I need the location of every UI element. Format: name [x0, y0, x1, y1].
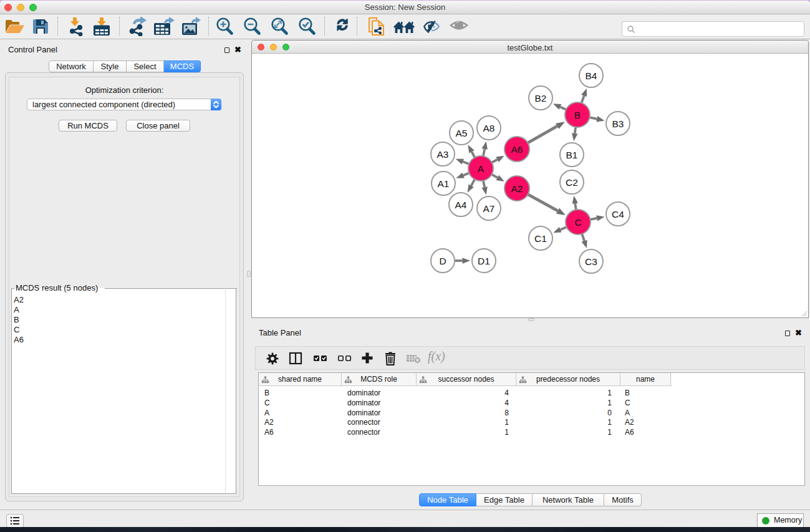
svg-text:C3: C3	[585, 256, 597, 267]
svg-text:A3: A3	[437, 149, 449, 160]
svg-text:A5: A5	[456, 128, 468, 138]
svg-text:B3: B3	[612, 118, 624, 129]
svg-text:C1: C1	[534, 233, 547, 244]
svg-text:D1: D1	[478, 256, 490, 266]
svg-text:A8: A8	[483, 123, 495, 133]
svg-text:A7: A7	[483, 203, 495, 214]
svg-text:A: A	[478, 163, 485, 174]
svg-text:B1: B1	[566, 150, 578, 160]
svg-text:B2: B2	[535, 93, 547, 104]
svg-text:C2: C2	[566, 177, 578, 188]
svg-text:A4: A4	[455, 200, 467, 210]
svg-text:A2: A2	[511, 183, 523, 194]
svg-text:D: D	[439, 256, 446, 266]
svg-text:B4: B4	[586, 70, 597, 81]
svg-text:B: B	[574, 110, 581, 120]
svg-text:A6: A6	[511, 144, 523, 155]
svg-text:A1: A1	[438, 178, 450, 189]
svg-text:C4: C4	[612, 209, 624, 220]
svg-text:C: C	[574, 217, 581, 228]
